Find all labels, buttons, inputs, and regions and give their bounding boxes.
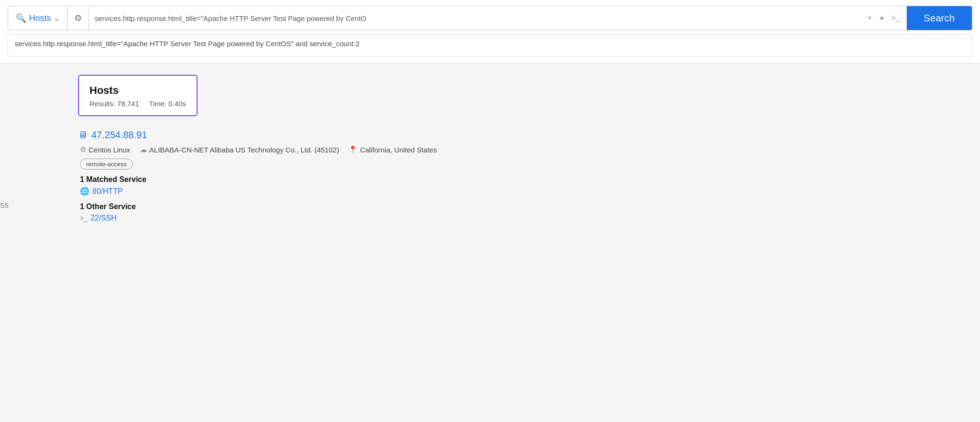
ip-entry: 🖥 47.254.88.91 ⚙ Centos Linux ☁ ALIBABA-… <box>78 130 969 222</box>
globe-icon: 🌐 <box>80 187 89 196</box>
location-detail: 📍 California, United States <box>348 145 437 154</box>
monitor-icon: 🖥 <box>78 130 88 141</box>
matched-service-value: 80/HTTP <box>92 187 123 196</box>
location-icon: 📍 <box>348 145 357 154</box>
search-bar-container: 🔍 Hosts ⌄ ⚙ × ✦ >_ Search services.http.… <box>0 0 980 63</box>
time-label: Time: <box>149 100 167 108</box>
os-detail: ⚙ Centos Linux <box>80 145 130 154</box>
search-actions: × ✦ >_ <box>861 6 907 30</box>
main-content: ss Hosts Results: 78,741 Time: 0.40s 🖥 4… <box>0 63 980 226</box>
other-service-label: 1 Other Service <box>80 202 969 211</box>
ssh-service-value: 22/SSH <box>90 214 117 222</box>
pin-icon[interactable]: ✦ <box>876 12 888 25</box>
location-label: California, United States <box>360 146 437 154</box>
ip-link[interactable]: 🖥 47.254.88.91 <box>78 130 969 141</box>
chevron-down-icon: ⌄ <box>54 14 59 22</box>
results-label: Results: <box>89 100 115 108</box>
hosts-card-title: Hosts <box>89 84 186 97</box>
matched-service-link[interactable]: 🌐 80/HTTP <box>80 187 969 196</box>
search-row: 🔍 Hosts ⌄ ⚙ × ✦ >_ Search <box>8 6 972 30</box>
results-area: Hosts Results: 78,741 Time: 0.40s 🖥 47.2… <box>67 75 980 226</box>
org-detail: ☁ ALIBABA-CN-NET Alibaba US Technology C… <box>140 145 339 154</box>
search-icon: 🔍 <box>16 13 26 23</box>
left-partial-text: ss <box>0 200 9 210</box>
cloud-icon: ☁ <box>140 145 147 154</box>
gear-button[interactable]: ⚙ <box>68 6 89 30</box>
matched-service-label: 1 Matched Service <box>80 175 969 184</box>
ip-details: ⚙ Centos Linux ☁ ALIBABA-CN-NET Alibaba … <box>80 145 969 154</box>
hosts-card: Hosts Results: 78,741 Time: 0.40s <box>78 75 198 116</box>
gear-detail-icon: ⚙ <box>80 145 86 154</box>
os-label: Centos Linux <box>89 146 130 154</box>
search-button[interactable]: Search <box>907 6 972 30</box>
ip-address: 47.254.88.91 <box>91 130 147 141</box>
results-count: 78,741 <box>117 100 139 108</box>
tag-row: remote-access <box>80 159 969 170</box>
hosts-selector[interactable]: 🔍 Hosts ⌄ <box>8 6 68 30</box>
hosts-selector-label: Hosts <box>29 13 51 23</box>
terminal-icon[interactable]: >_ <box>889 12 903 24</box>
query-preview: services.http.response.html_title="Apach… <box>8 34 972 57</box>
hosts-card-meta: Results: 78,741 Time: 0.40s <box>89 100 186 108</box>
ssh-service-link[interactable]: >_ 22/SSH <box>80 214 969 222</box>
clear-icon[interactable]: × <box>864 12 874 24</box>
terminal-ssh-icon: >_ <box>80 214 88 222</box>
gear-icon: ⚙ <box>74 13 82 23</box>
time-value: 0.40s <box>168 100 186 108</box>
tag-remote-access[interactable]: remote-access <box>80 159 133 170</box>
search-input[interactable] <box>89 6 861 30</box>
org-label: ALIBABA-CN-NET Alibaba US Technology Co.… <box>149 146 339 154</box>
